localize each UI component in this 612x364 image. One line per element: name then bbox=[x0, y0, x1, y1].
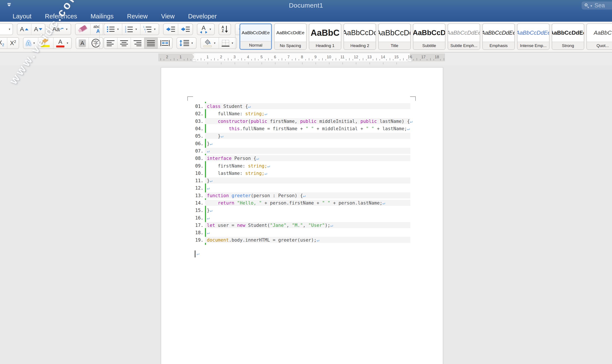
page[interactable]: 01.class Student {↵02. fullName: string;… bbox=[161, 67, 443, 364]
phonetic-guide-button[interactable]: abc A bbox=[91, 24, 103, 35]
chevron-down-icon: ▼ bbox=[153, 28, 156, 31]
ruler-tick bbox=[170, 59, 171, 60]
menu-tab-clipped[interactable]: n bbox=[0, 12, 3, 20]
ribbon-tab-bar: n LayoutReferencesMailingsReviewViewDeve… bbox=[0, 11, 612, 22]
code-line[interactable]: 11.}↵ bbox=[194, 177, 412, 184]
enclose-characters-button[interactable]: 字 bbox=[89, 38, 103, 49]
code-line[interactable]: 19.document.body.innerHTML = greeter(use… bbox=[194, 236, 412, 244]
ruler-tick bbox=[184, 59, 184, 60]
style-normal[interactable]: AaBbCcDdEeNormal bbox=[239, 23, 272, 50]
code-line[interactable]: 10. lastName: string;↵ bbox=[194, 170, 412, 177]
increase-indent-button[interactable] bbox=[178, 24, 192, 35]
style-subtitle[interactable]: AaBbCcDSubtitle bbox=[413, 23, 446, 50]
code-line[interactable]: 08.interface Person {↵ bbox=[194, 155, 412, 162]
ruler-tick bbox=[349, 58, 350, 60]
character-shading-button[interactable]: A bbox=[76, 38, 89, 49]
code-line[interactable]: 13.function greeter(person : Person) {↵ bbox=[194, 192, 412, 199]
justify-icon bbox=[147, 40, 155, 46]
menu-tab-references[interactable]: References bbox=[45, 13, 77, 20]
borders-button[interactable]: ▼ bbox=[219, 38, 236, 49]
svg-text:a: a bbox=[144, 28, 146, 31]
ruler-number: 6 bbox=[274, 55, 276, 59]
align-left-button[interactable] bbox=[104, 38, 118, 49]
align-left-icon bbox=[107, 40, 114, 46]
code-line[interactable]: 15.}↵ bbox=[194, 207, 412, 214]
style-heading-1[interactable]: AaBbCHeading 1 bbox=[309, 23, 341, 50]
ruler-tick bbox=[224, 59, 225, 60]
distribute-text-button[interactable] bbox=[158, 38, 172, 49]
code-text: this.fullName = firstName + " " + middle… bbox=[207, 126, 410, 131]
line-spacing-button[interactable]: ▼ bbox=[177, 38, 196, 49]
font-size-combo[interactable]: ▼ bbox=[0, 23, 13, 35]
code-line[interactable]: 12.↵ bbox=[194, 184, 412, 192]
style-intense-emp-[interactable]: AaBbCcDdEeIntense Emp... bbox=[517, 23, 550, 50]
style-strong[interactable]: AaBbCcDdEeStrong bbox=[552, 23, 584, 50]
grow-font-button[interactable]: A bbox=[17, 24, 31, 35]
decrease-indent-button[interactable] bbox=[163, 24, 178, 35]
default-tab-stop-mark bbox=[369, 62, 370, 64]
horizontal-ruler[interactable]: 12123456789101112131415161718 bbox=[158, 53, 445, 61]
text-direction-button[interactable]: A ▼ bbox=[197, 24, 214, 35]
style-emphasis[interactable]: AaBbCcDdEeEmphasis bbox=[482, 23, 515, 50]
shading-button[interactable]: ▼ bbox=[201, 38, 219, 49]
search-input[interactable]: ▼ Sea bbox=[582, 1, 612, 10]
align-right-button[interactable] bbox=[131, 38, 144, 49]
code-line[interactable]: 03. constructor(public firstName, public… bbox=[194, 118, 412, 125]
code-line[interactable]: 07.↵ bbox=[194, 147, 412, 155]
menu-tab-view[interactable]: View bbox=[161, 13, 175, 20]
code-line[interactable]: 17.let user = new Student("Jane", "M.", … bbox=[194, 222, 412, 229]
clear-formatting-button[interactable] bbox=[75, 24, 91, 35]
menu-tab-layout[interactable]: Layout bbox=[13, 13, 31, 20]
sort-button[interactable]: AZ bbox=[219, 24, 231, 35]
highlight-button[interactable] bbox=[38, 38, 54, 49]
ruler-tick bbox=[258, 59, 258, 60]
ruler-tick bbox=[339, 59, 340, 60]
code-line[interactable]: 16.↵ bbox=[194, 214, 412, 221]
code-line[interactable]: 09. firstName: string;↵ bbox=[194, 162, 412, 169]
paint-bucket-icon bbox=[204, 39, 212, 47]
font-color-button[interactable]: A ▼ bbox=[54, 38, 71, 49]
code-block: 01.class Student {↵02. fullName: string;… bbox=[194, 103, 412, 244]
style-title[interactable]: AaBbCcDcTitle bbox=[378, 23, 411, 50]
code-line[interactable]: 05. }↵ bbox=[194, 132, 412, 140]
change-case-button[interactable]: Aa ▼ bbox=[50, 24, 70, 35]
style-quot-[interactable]: AaBbCQuot... bbox=[586, 23, 612, 50]
left-indent-marker[interactable] bbox=[192, 60, 196, 62]
default-tab-stop-mark bbox=[329, 62, 329, 64]
style-no-spacing[interactable]: AaBbCcDdEeNo Spacing bbox=[274, 23, 307, 50]
search-placeholder: Sea bbox=[594, 2, 605, 9]
code-text: lastName: string;↵ bbox=[207, 171, 267, 176]
code-line[interactable]: 18.↵ bbox=[194, 229, 412, 236]
ruler-tick bbox=[177, 59, 178, 60]
code-text: }↵ bbox=[207, 178, 212, 183]
menu-tab-review[interactable]: Review bbox=[127, 13, 148, 20]
justify-button[interactable] bbox=[144, 38, 158, 49]
code-line[interactable]: 02. fullName: string;↵ bbox=[194, 110, 412, 117]
style-subtle-emph-[interactable]: AaBbCcDdEeSubtle Emph... bbox=[448, 23, 480, 50]
svg-text:3: 3 bbox=[125, 30, 126, 33]
menu-tab-mailings[interactable]: Mailings bbox=[90, 13, 113, 20]
bullets-button[interactable]: ▼ bbox=[104, 24, 122, 35]
outdent-icon bbox=[166, 26, 175, 32]
ruler-tick bbox=[373, 59, 373, 60]
code-line[interactable]: 06.}↵ bbox=[194, 140, 412, 147]
menu-tab-developer[interactable]: Developer bbox=[188, 13, 217, 20]
superscript-button[interactable]: X2 bbox=[7, 38, 19, 49]
line-number: 01. bbox=[194, 104, 204, 109]
align-center-button[interactable] bbox=[118, 38, 131, 49]
text-effects-button[interactable]: A ▼ bbox=[23, 38, 38, 49]
numbering-button[interactable]: 123 ▼ bbox=[122, 24, 140, 35]
style-label: Quot... bbox=[587, 42, 612, 49]
code-line[interactable]: 14. return "Hello, " + person.firstName … bbox=[194, 199, 412, 207]
code-line[interactable]: 01.class Student {↵ bbox=[194, 103, 412, 110]
right-indent-marker-base[interactable] bbox=[408, 60, 412, 62]
indent-icon bbox=[181, 26, 190, 32]
multilevel-list-button[interactable]: 1ai ▼ bbox=[140, 24, 159, 35]
chevron-down-icon: ▼ bbox=[590, 4, 593, 8]
paragraph-mark-icon: ↵ bbox=[330, 223, 333, 228]
style-heading-2[interactable]: AaBbCcDcHeading 2 bbox=[343, 23, 376, 50]
subscript-button[interactable]: X2 bbox=[0, 38, 7, 49]
styles-gallery: AaBbCcDdEeNormalAaBbCcDdEeNo SpacingAaBb… bbox=[239, 23, 612, 50]
shrink-font-button[interactable]: A bbox=[31, 24, 45, 35]
code-line[interactable]: 04. this.fullName = firstName + " " + mi… bbox=[194, 125, 412, 132]
